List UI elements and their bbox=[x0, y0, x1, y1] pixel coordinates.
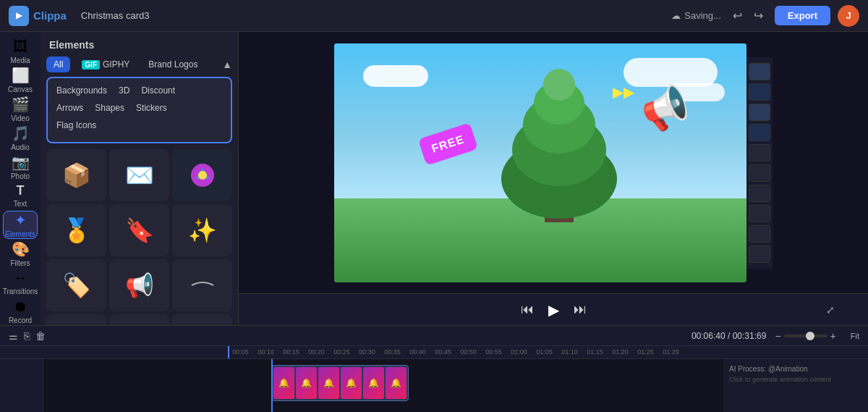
thumbnail-strip bbox=[746, 57, 773, 269]
thumb-item[interactable] bbox=[749, 225, 770, 243]
expand-button[interactable]: ⤢ bbox=[826, 304, 835, 316]
logo: ▶ Clippa bbox=[9, 6, 67, 26]
media-icon: 🖼 bbox=[13, 38, 27, 55]
zoom-track[interactable] bbox=[784, 335, 827, 337]
filters-icon: 🎨 bbox=[12, 240, 30, 258]
element-item[interactable]: ✉️ bbox=[109, 149, 169, 201]
thumb-item[interactable] bbox=[749, 144, 770, 161]
element-item[interactable]: 🏷️ bbox=[46, 259, 106, 311]
category-stickers[interactable]: Stickers bbox=[133, 101, 170, 114]
copy-button[interactable]: ⎘ bbox=[24, 330, 30, 342]
element-item[interactable] bbox=[172, 149, 232, 201]
category-arrows[interactable]: Arrows bbox=[54, 101, 86, 114]
thumb-item[interactable] bbox=[749, 245, 770, 263]
avatar[interactable]: J bbox=[838, 5, 859, 27]
sidebar-item-elements[interactable]: ✦ Elements bbox=[3, 211, 38, 239]
skip-back-button[interactable]: ⏮ bbox=[521, 302, 534, 317]
ruler-mark: 01:29 bbox=[658, 346, 684, 358]
video-icon: 🎬 bbox=[12, 96, 30, 113]
zoom-out-button[interactable]: − bbox=[775, 330, 780, 342]
thumb-item[interactable] bbox=[749, 164, 770, 182]
sidebar-item-canvas[interactable]: ⬜ Canvas bbox=[3, 67, 38, 94]
clip-frame: 🔔 bbox=[386, 367, 407, 399]
overlay-line1: AI Process: @Animation bbox=[729, 365, 862, 373]
sidebar-item-label: Audio bbox=[11, 143, 30, 151]
ruler-mark: 00:10 bbox=[253, 346, 278, 358]
thumb-item[interactable] bbox=[749, 185, 770, 202]
clip-frame: 🔔 bbox=[341, 367, 362, 399]
sidebar-item-photo[interactable]: 📷 Photo bbox=[3, 153, 38, 180]
elements-panel: Elements All GIF GIPHY Brand Logos ▲ Bac… bbox=[41, 32, 239, 325]
clip-frame: 🔔 bbox=[296, 367, 317, 399]
sidebar-icons: 🖼 Media ⬜ Canvas 🎬 Video 🎵 Audio 📷 Photo… bbox=[0, 32, 41, 325]
element-item[interactable] bbox=[46, 314, 106, 325]
sidebar-item-transitions[interactable]: ↔ Transitions bbox=[3, 269, 38, 296]
element-item[interactable]: 📦 bbox=[46, 149, 106, 201]
fit-button[interactable]: Fit bbox=[851, 332, 859, 340]
ruler-mark: 01:20 bbox=[608, 346, 633, 358]
sidebar-item-filters[interactable]: 🎨 Filters bbox=[3, 240, 38, 268]
undo-button[interactable]: ↩ bbox=[728, 6, 746, 25]
timeline-clip[interactable]: 🔔 🔔 🔔 🔔 🔔 🔔 bbox=[271, 365, 409, 401]
sidebar-item-audio[interactable]: 🎵 Audio bbox=[3, 124, 38, 151]
sidebar-item-label: Text bbox=[14, 200, 27, 208]
transitions-icon: ↔ bbox=[13, 269, 27, 286]
tab-brand-logos[interactable]: Brand Logos bbox=[141, 56, 205, 72]
element-item[interactable]: 📢 bbox=[109, 259, 169, 311]
sidebar-item-video[interactable]: 🎬 Video bbox=[3, 96, 38, 123]
ruler-mark: 01:00 bbox=[506, 346, 532, 358]
timeline-tracks: 🔔 🔔 🔔 🔔 🔔 🔔 AI Process: @Animation Click… bbox=[0, 359, 868, 412]
thumb-item[interactable] bbox=[749, 83, 770, 101]
ruler-mark: 00:50 bbox=[456, 346, 481, 358]
split-button[interactable]: ⚌ bbox=[9, 330, 18, 342]
delete-button[interactable]: 🗑 bbox=[35, 330, 46, 342]
clip-frame: 🔔 bbox=[363, 367, 384, 399]
overlay-line2: Click to generate animation content bbox=[729, 376, 862, 383]
collapse-button[interactable]: ▲ bbox=[222, 59, 232, 70]
elements-tab-bar: All GIF GIPHY Brand Logos ▲ bbox=[41, 56, 238, 72]
element-item[interactable] bbox=[172, 314, 232, 325]
thumb-item[interactable] bbox=[749, 205, 770, 222]
element-item[interactable]: ✨ bbox=[172, 204, 232, 256]
zoom-control: − + bbox=[775, 330, 835, 342]
element-item[interactable] bbox=[109, 314, 169, 325]
clip-frame: 🔔 bbox=[273, 367, 294, 399]
timeline-area: ⚌ ⎘ 🗑 00:06:40 / 00:31:69 − + Fit 00:05 … bbox=[0, 325, 868, 412]
category-flag-icons[interactable]: Flag Icons bbox=[54, 119, 99, 132]
ruler-mark: 01:15 bbox=[582, 346, 608, 358]
playhead-line bbox=[271, 359, 273, 412]
play-button[interactable]: ▶ bbox=[548, 301, 559, 319]
category-3d[interactable]: 3D bbox=[116, 84, 132, 97]
element-item[interactable]: 🏅 bbox=[46, 204, 106, 256]
zoom-thumb[interactable] bbox=[806, 332, 814, 340]
ruler-mark: 00:35 bbox=[380, 346, 405, 358]
sidebar-item-record[interactable]: ⏺ Record bbox=[3, 298, 38, 325]
ruler-mark: 01:10 bbox=[557, 346, 582, 358]
tab-all[interactable]: All bbox=[46, 56, 70, 72]
dropdown-row-3: Flag Icons bbox=[54, 119, 225, 132]
element-item[interactable] bbox=[172, 259, 232, 311]
zoom-in-button[interactable]: + bbox=[830, 330, 836, 342]
thumb-item[interactable] bbox=[749, 124, 770, 141]
panel-title: Elements bbox=[41, 32, 238, 56]
elements-grid: 📦 ✉️ 🏅 🔖 ✨ 🏷️ 📢 bbox=[41, 146, 238, 325]
tab-giphy[interactable]: GIF GIPHY bbox=[75, 56, 137, 72]
right-overlay: AI Process: @Animation Click to generate… bbox=[723, 359, 868, 412]
undo-redo-group: ↩ ↪ bbox=[728, 6, 767, 25]
thumb-item[interactable] bbox=[749, 63, 770, 80]
category-shapes[interactable]: Shapes bbox=[92, 101, 127, 114]
category-discount[interactable]: Discount bbox=[138, 84, 178, 97]
ruler-mark: 00:20 bbox=[304, 346, 329, 358]
redo-button[interactable]: ↪ bbox=[749, 6, 767, 25]
logo-icon: ▶ bbox=[9, 6, 29, 26]
export-button[interactable]: Export bbox=[775, 6, 830, 25]
dropdown-row-1: Backgrounds 3D Discount bbox=[54, 84, 225, 97]
skip-forward-button[interactable]: ⏭ bbox=[574, 302, 587, 317]
category-backgrounds[interactable]: Backgrounds bbox=[54, 84, 110, 97]
project-title: Christmas card3 bbox=[81, 10, 150, 21]
element-item[interactable]: 🔖 bbox=[109, 204, 169, 256]
topbar-actions: ☁ Saving... ↩ ↪ Export J bbox=[671, 5, 859, 27]
sidebar-item-media[interactable]: 🖼 Media bbox=[3, 38, 38, 65]
sidebar-item-text[interactable]: T Text bbox=[3, 182, 38, 209]
thumb-item[interactable] bbox=[749, 104, 770, 121]
